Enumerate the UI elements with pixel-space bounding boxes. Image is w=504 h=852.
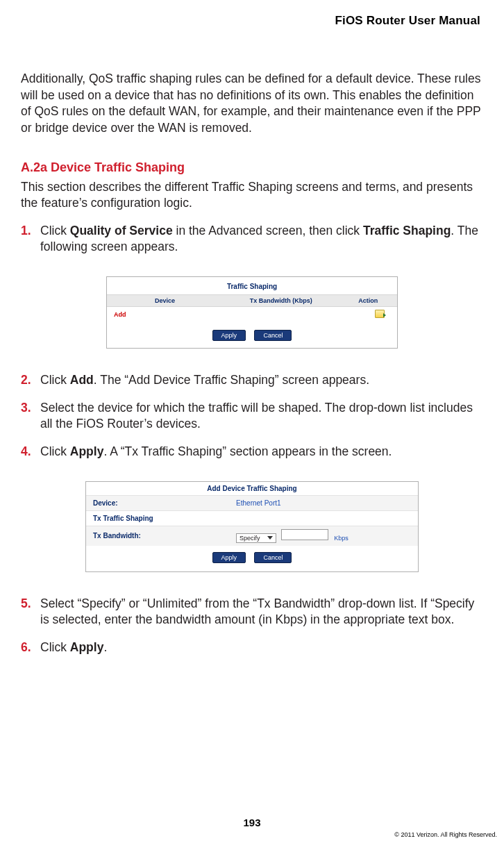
tx-section-row: Tx Traffic Shaping <box>86 510 418 526</box>
step-text: Select “Specify” or “Unlimited” from the… <box>40 596 474 627</box>
dropdown-value: Specify <box>240 535 260 542</box>
step-text: Click <box>40 224 70 237</box>
add-link[interactable]: Add <box>107 307 223 323</box>
bold-text: Apply <box>70 640 104 654</box>
col-action: Action <box>339 295 397 307</box>
intro-paragraph: Additionally, QoS traffic shaping rules … <box>21 71 483 137</box>
step-text: . A “Tx Traffic Shaping” section appears… <box>103 444 392 458</box>
device-value: Ethernet Port1 <box>236 499 280 507</box>
step-number: 1. <box>21 223 31 240</box>
apply-button[interactable]: Apply <box>212 552 246 563</box>
figure-traffic-shaping: Traffic Shaping Device Tx Bandwidth (Kbp… <box>106 276 398 349</box>
button-row: Apply Cancel <box>86 546 418 565</box>
bold-text: Add <box>70 373 94 387</box>
cancel-button[interactable]: Cancel <box>254 552 292 563</box>
col-tx: Tx Bandwidth (Kbps) <box>223 295 339 307</box>
col-device: Device <box>107 295 223 307</box>
section-heading: A.2a Device Traffic Shaping <box>21 160 483 175</box>
step-number: 2. <box>21 372 31 389</box>
section-text: This section describes the different Tra… <box>21 179 483 212</box>
step-2: 2. Click Add. The “Add Device Traffic Sh… <box>21 372 483 389</box>
copyright: © 2011 Verizon. All Rights Reserved. <box>0 831 504 838</box>
tx-bandwidth-dropdown[interactable]: Specify <box>236 533 276 543</box>
step-3: 3. Select the device for which the traff… <box>21 400 483 433</box>
step-text: Click <box>40 444 70 458</box>
step-text: . <box>103 640 107 654</box>
figure-add-device-traffic-shaping: Add Device Traffic Shaping Device: Ether… <box>85 481 419 572</box>
bold-text: Apply <box>70 444 104 458</box>
step-text: Click <box>40 373 70 387</box>
step-5: 5. Select “Specify” or “Unlimited” from … <box>21 596 483 628</box>
step-1: 1. Click Quality of Service in the Advan… <box>21 223 483 256</box>
step-text: Click <box>40 640 70 654</box>
step-number: 4. <box>21 444 31 460</box>
header-title: FiOS Router User Manual <box>21 14 483 28</box>
bold-text: Quality of Service <box>70 224 173 237</box>
cancel-button[interactable]: Cancel <box>254 330 292 341</box>
tx-bandwidth-controls: Specify Kbps <box>236 529 348 543</box>
step-text: Select the device for which the traffic … <box>40 401 473 431</box>
device-label: Device: <box>93 499 236 507</box>
device-row: Device: Ethernet Port1 <box>86 495 418 510</box>
step-text: in the Advanced screen, then click <box>173 224 363 237</box>
figure-title: Traffic Shaping <box>107 281 397 294</box>
step-number: 6. <box>21 640 31 656</box>
unit-label: Kbps <box>334 535 348 542</box>
tx-bandwidth-input[interactable] <box>281 529 328 540</box>
tx-bandwidth-label: Tx Bandwidth: <box>93 532 236 540</box>
traffic-shaping-table: Device Tx Bandwidth (Kbps) Action Add <box>107 294 397 322</box>
figure-title: Add Device Traffic Shaping <box>86 482 418 495</box>
bold-text: Traffic Shaping <box>363 224 451 237</box>
page-footer: 193 © 2011 Verizon. All Rights Reserved. <box>0 817 504 838</box>
tx-section-label: Tx Traffic Shaping <box>93 515 411 522</box>
step-text: . The “Add Device Traffic Shaping” scree… <box>94 373 369 387</box>
add-action-icon[interactable] <box>375 310 385 318</box>
button-row: Apply Cancel <box>107 328 397 341</box>
chevron-down-icon <box>267 536 273 540</box>
tx-bandwidth-row: Tx Bandwidth: Specify Kbps <box>86 526 418 546</box>
step-6: 6. Click Apply. <box>21 640 483 656</box>
page-number: 193 <box>0 817 504 828</box>
step-number: 5. <box>21 596 31 612</box>
table-row: Add <box>107 307 397 323</box>
step-4: 4. Click Apply. A “Tx Traffic Shaping” s… <box>21 444 483 460</box>
apply-button[interactable]: Apply <box>212 330 246 341</box>
step-number: 3. <box>21 400 31 417</box>
